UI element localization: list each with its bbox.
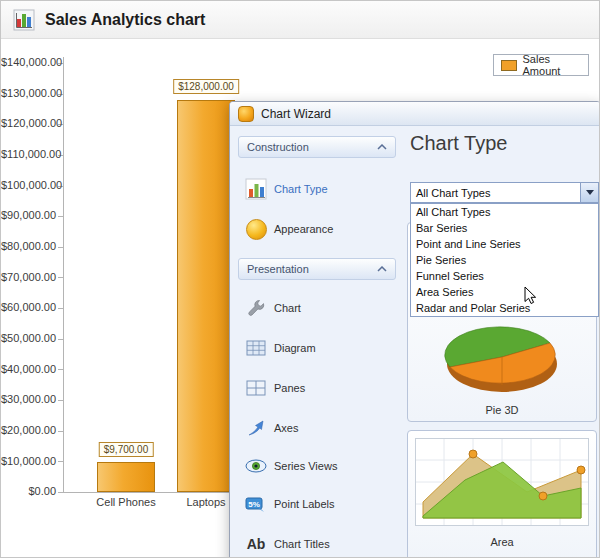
y-axis-label: $0.00 — [1, 485, 56, 497]
sidebar-item-diagram[interactable]: Diagram — [238, 334, 398, 362]
sidebar-item-label: Point Labels — [274, 498, 335, 510]
gallery-item-area[interactable]: Area — [407, 430, 597, 558]
sidebar-item-point-labels[interactable]: 5% Point Labels — [238, 490, 398, 518]
sidebar-item-chart-titles[interactable]: Ab Chart Titles — [238, 530, 398, 558]
chevron-up-icon[interactable] — [377, 144, 387, 150]
group-label: Construction — [247, 141, 309, 153]
mouse-cursor — [524, 286, 537, 305]
diagram-grid-icon — [238, 339, 274, 357]
y-axis-label: $50,000.00 — [1, 332, 56, 344]
sidebar-item-label: Panes — [274, 382, 305, 394]
y-axis-label: $80,000.00 — [1, 240, 56, 252]
bar-laptops — [177, 100, 235, 492]
sidebar-item-chart[interactable]: Chart — [238, 294, 398, 322]
dropdown-option[interactable]: Pie Series — [411, 252, 598, 268]
dropdown-button[interactable] — [580, 183, 598, 202]
y-axis-label: $70,000.00 — [1, 271, 56, 283]
gallery-item-label: Area — [408, 531, 596, 553]
y-axis-label: $110,000.00 — [1, 148, 56, 160]
wizard-titlebar[interactable]: Chart Wizard — [230, 102, 600, 126]
chevron-up-icon[interactable] — [377, 266, 387, 272]
dropdown-option[interactable]: Funnel Series — [411, 268, 598, 284]
group-label: Presentation — [247, 263, 309, 275]
chart-wizard-icon — [238, 106, 254, 122]
y-axis-label: $10,000.00 — [1, 455, 56, 467]
y-axis-label: $140,000.00 — [1, 56, 56, 68]
chart-wizard-dialog: Chart Wizard Construction — [229, 101, 600, 558]
sidebar-item-label: Chart Type — [274, 183, 328, 195]
dropdown-option-area-series[interactable]: Area Series — [411, 284, 598, 300]
sidebar-item-axes[interactable]: Axes — [238, 414, 398, 442]
pie-3d-preview — [415, 317, 589, 397]
y-axis-label: $130,000.00 — [1, 87, 56, 99]
y-axis-label: $40,000.00 — [1, 363, 56, 375]
sidebar-item-label: Diagram — [274, 342, 316, 354]
y-axis-label: $90,000.00 — [1, 209, 56, 221]
nav-group-construction[interactable]: Construction — [238, 136, 396, 158]
panes-icon — [238, 379, 274, 397]
chevron-down-icon — [586, 190, 594, 195]
point-labels-icon: 5% — [238, 495, 274, 513]
sidebar-item-chart-type[interactable]: Chart Type — [238, 174, 398, 204]
sidebar-item-appearance[interactable]: Appearance — [238, 214, 398, 244]
chart-type-icon — [238, 177, 274, 201]
x-axis-label: Cell Phones — [96, 496, 155, 508]
wizard-title: Chart Wizard — [261, 107, 331, 121]
y-axis-label: $100,000.00 — [1, 179, 56, 191]
chart-legend: Sales Amount — [493, 54, 589, 76]
chart-type-dropdown[interactable]: All Chart Types — [410, 182, 599, 203]
svg-text:5%: 5% — [248, 500, 260, 509]
axes-arrow-icon — [238, 418, 274, 438]
y-axis-label: $120,000.00 — [1, 117, 56, 129]
y-axis-label: $20,000.00 — [1, 424, 56, 436]
app-window: Sales Analytics chart $140,000.00 $130,0… — [0, 0, 600, 558]
dropdown-list: All Chart Types Bar Series Point and Lin… — [410, 203, 599, 317]
gallery-item-label: Pie 3D — [408, 399, 596, 421]
eye-icon — [238, 459, 274, 473]
sidebar-item-series-views[interactable]: Series Views — [238, 452, 398, 480]
wizard-body: Construction Chart Type — [230, 126, 600, 558]
sidebar-item-label: Axes — [274, 422, 298, 434]
wrench-icon — [238, 298, 274, 318]
dropdown-option[interactable]: Radar and Polar Series — [411, 300, 598, 316]
sidebar-item-label: Chart Titles — [274, 538, 330, 550]
dropdown-value: All Chart Types — [411, 187, 580, 199]
dropdown-option[interactable]: All Chart Types — [411, 204, 598, 220]
sidebar-item-label: Chart — [274, 302, 301, 314]
bar-value-label: $9,700.00 — [99, 442, 154, 457]
appearance-icon — [238, 219, 274, 240]
y-axis-line — [63, 57, 64, 493]
sidebar-item-label: Appearance — [274, 223, 333, 235]
bar-value-label: $128,000.00 — [173, 79, 239, 94]
nav-group-presentation[interactable]: Presentation — [238, 258, 396, 280]
sidebar-item-panes[interactable]: Panes — [238, 374, 398, 402]
y-axis-label: $30,000.00 — [1, 393, 56, 405]
text-ab-icon: Ab — [238, 536, 274, 552]
dropdown-option[interactable]: Bar Series — [411, 220, 598, 236]
sidebar-item-label: Series Views — [274, 460, 337, 472]
page-title: Chart Type — [410, 132, 507, 155]
legend-label: Sales Amount — [523, 53, 588, 77]
bar-cell-phones — [97, 462, 155, 492]
area-chart-preview — [415, 438, 589, 526]
y-axis-label: $60,000.00 — [1, 301, 56, 313]
dropdown-option[interactable]: Point and Line Series — [411, 236, 598, 252]
legend-swatch — [501, 60, 517, 71]
x-axis-label: Laptops — [186, 496, 225, 508]
